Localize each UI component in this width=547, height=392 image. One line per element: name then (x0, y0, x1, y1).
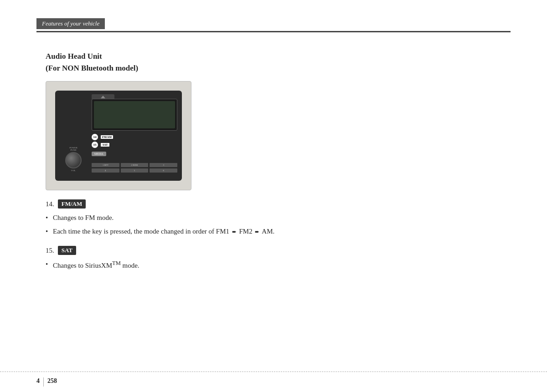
eject-icon (101, 96, 105, 98)
sat-row: 15 SAT (92, 142, 177, 148)
preset-3: 3 (150, 163, 177, 167)
footer-page: 258 (47, 377, 57, 385)
preset-4: 4 (92, 168, 119, 173)
item-15-section: 15. SAT Changes to SiriusXMTM mode. (46, 246, 501, 271)
preset-rows: 1 RPT 2 RDM 3 4 5 6 (92, 163, 177, 174)
preset-row-1: 1 RPT 2 RDM 3 (92, 163, 177, 167)
radio-screen (92, 99, 177, 131)
sat-button-label: SAT (58, 246, 76, 255)
footer-chapter: 4 (36, 377, 40, 385)
preset-row-2: 4 5 6 (92, 168, 177, 173)
item-14-number: 14. (46, 200, 54, 208)
sat-badge: SAT (101, 143, 109, 147)
preset-1-rpt: 1 RPT (92, 163, 119, 167)
radio-screen-inner (94, 101, 175, 128)
arrow-1 (232, 226, 237, 237)
title-line1: Audio Head Unit (46, 51, 501, 62)
footer-divider (43, 377, 44, 387)
item-15-header: 15. SAT (46, 246, 501, 255)
radio-body: 14 FM/AM 15 SAT MEDIA POWERPUSH VOL (55, 91, 182, 181)
item-14-bullets: Changes to FM mode. Each time the key is… (46, 212, 501, 237)
circle-14: 14 (92, 134, 98, 140)
head-unit-image: 14 FM/AM 15 SAT MEDIA POWERPUSH VOL (46, 81, 191, 190)
media-row: MEDIA (92, 149, 177, 157)
section-label: Features of your vehicle (36, 18, 105, 29)
bullet-14-1: Changes to FM mode. (46, 212, 501, 223)
circle-15: 15 (92, 142, 98, 148)
bullet-14-2: Each time the key is pressed, the mode c… (46, 226, 501, 237)
fm-am-badge: FM/AM (101, 135, 113, 139)
item-14-section: 14. FM/AM Changes to FM mode. Each time … (46, 199, 501, 237)
page-header: Features of your vehicle (36, 18, 511, 32)
media-badge: MEDIA (92, 152, 106, 156)
preset-6: 6 (150, 168, 177, 173)
title-line2: (For NON Bluetooth model) (46, 62, 501, 74)
fm-am-button-label: FM/AM (58, 199, 86, 209)
volume-knob (65, 152, 82, 168)
vol-label: VOL (60, 169, 87, 172)
item-14-header: 14. FM/AM (46, 199, 501, 209)
item-15-bullets: Changes to SiriusXMTM mode. (46, 259, 501, 271)
arrow-2 (255, 226, 259, 237)
section-title: Audio Head Unit (For NON Bluetooth model… (46, 51, 501, 74)
preset-5: 5 (121, 168, 149, 173)
preset-2-rdm: 2 RDM (121, 163, 149, 167)
knob-area: POWERPUSH VOL (60, 147, 87, 172)
power-label: POWERPUSH (60, 147, 87, 151)
bullet-15-1: Changes to SiriusXMTM mode. (46, 259, 501, 271)
content-area: Audio Head Unit (For NON Bluetooth model… (36, 46, 511, 285)
item-15-number: 15. (46, 247, 54, 255)
fm-am-row: 14 FM/AM (92, 134, 177, 140)
page-footer: 4 258 (0, 372, 547, 392)
